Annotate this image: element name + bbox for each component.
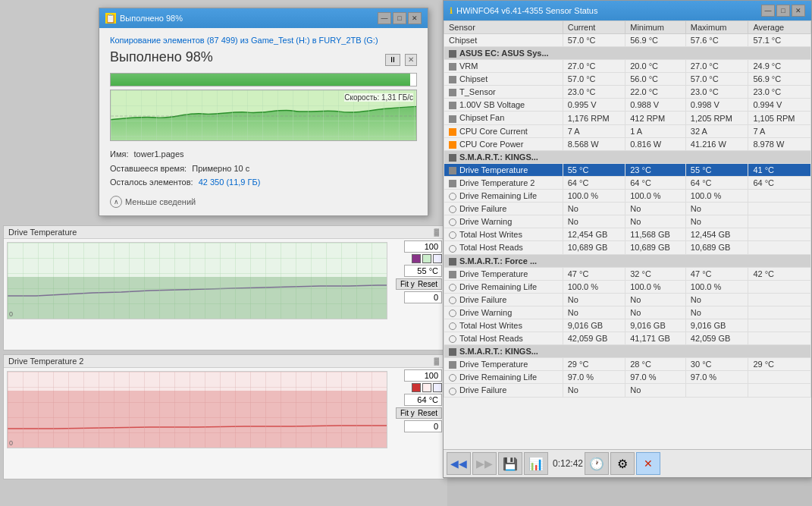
settings-button[interactable]: ⚙ bbox=[610, 452, 635, 475]
pause-button[interactable]: ⏸ bbox=[385, 54, 400, 66]
sensor-minimum-cell: 64 °C bbox=[625, 176, 686, 189]
circle-icon bbox=[449, 193, 456, 200]
table-row[interactable]: Drive Remaining Life100.0 %100.0 %100.0 … bbox=[444, 190, 811, 203]
table-row[interactable]: S.M.A.R.T.: KINGS... bbox=[444, 150, 811, 163]
table-row[interactable]: Drive WarningNoNoNo bbox=[444, 215, 811, 228]
sensor-current-cell: 10,689 GB bbox=[563, 241, 625, 254]
forward-icon: ▶▶ bbox=[476, 457, 493, 470]
graph2-fit-reset[interactable]: Fit y Reset bbox=[396, 407, 442, 419]
hwinfo-maximize[interactable]: □ bbox=[776, 5, 790, 17]
sensor-average-cell bbox=[748, 190, 811, 203]
graph2-color3[interactable] bbox=[433, 383, 442, 392]
table-row[interactable]: VRM27.0 °C20.0 °C27.0 °C24.9 °C bbox=[444, 60, 811, 73]
circle-icon bbox=[449, 231, 456, 239]
table-row[interactable]: T_Sensor23.0 °C22.0 °C23.0 °C23.0 °C bbox=[444, 86, 811, 99]
hwinfo-close[interactable]: ✕ bbox=[792, 5, 805, 17]
sensor-table-scroll[interactable]: Sensor Current Minimum Maximum Average C… bbox=[444, 20, 811, 449]
sensor-current-cell: 57.0 °C bbox=[563, 34, 625, 47]
table-row[interactable]: Total Host Reads42,059 GB41,171 GB42,059… bbox=[444, 332, 811, 345]
sensor-average-cell: 24.9 °C bbox=[748, 60, 811, 73]
table-row[interactable]: Drive FailureNoNoNo bbox=[444, 293, 811, 306]
sensor-current-cell: 29 °C bbox=[563, 358, 625, 371]
left-panel: 📋 Выполнено 98% — □ ✕ Копирование элемен… bbox=[0, 0, 447, 506]
dialog-title: Выполнено 98% bbox=[120, 14, 183, 23]
less-info-button[interactable]: ∧ Меньше сведений bbox=[110, 196, 417, 208]
sensor-average-cell bbox=[748, 306, 811, 319]
hwinfo-controls: — □ ✕ bbox=[761, 5, 805, 17]
drive-temp-graph2: Drive Temperature 2 ▓ 0 100 64 °C bbox=[3, 354, 444, 479]
voltage-icon bbox=[449, 63, 456, 71]
table-row[interactable]: S.M.A.R.T.: KINGS... bbox=[444, 345, 811, 358]
back-button[interactable]: ◀◀ bbox=[447, 452, 471, 475]
table-row[interactable]: Drive Temperature55 °C23 °C55 °C41 °C bbox=[444, 163, 811, 176]
graph2-color2[interactable] bbox=[422, 383, 431, 392]
hwinfo-taskbar: ◀◀ ▶▶ 💾 📊 0:12:42 🕐 ⚙ ✕ bbox=[444, 449, 811, 477]
graph1-color2[interactable] bbox=[422, 254, 431, 263]
graph2-color1[interactable] bbox=[412, 383, 421, 392]
sensor-maximum-cell: 64 °C bbox=[685, 176, 748, 189]
chevron-up-icon: ∧ bbox=[110, 196, 122, 208]
table-row[interactable]: Total Host Writes12,454 GB11,568 GB12,45… bbox=[444, 228, 811, 241]
table-row[interactable]: ASUS EC: ASUS Sys... bbox=[444, 47, 811, 60]
sensor-maximum-cell: 100.0 % bbox=[685, 280, 748, 293]
sensor-current-cell: 8.568 W bbox=[563, 137, 625, 150]
items-left-label: Осталось элементов: bbox=[110, 178, 193, 187]
items-left-value: 42 350 (11,9 ГБ) bbox=[199, 178, 261, 187]
sensor-average-cell bbox=[748, 280, 811, 293]
hwinfo-minimize[interactable]: — bbox=[761, 5, 775, 17]
remaining-time-row: Оставшееся время: Примерно 10 с bbox=[110, 162, 417, 176]
table-row[interactable]: S.M.A.R.T.: Force ... bbox=[444, 254, 811, 267]
forward-button[interactable]: ▶▶ bbox=[472, 452, 497, 475]
graph2-scroll: ▓ bbox=[434, 357, 439, 365]
table-row[interactable]: 1.00V SB Voltage0.995 V0.988 V0.998 V0.9… bbox=[444, 99, 811, 112]
sensor-average-cell: 56.9 °C bbox=[748, 73, 811, 86]
clock-button[interactable]: 🕐 bbox=[585, 452, 609, 475]
minimize-button[interactable]: — bbox=[378, 12, 391, 24]
col-minimum: Minimum bbox=[625, 21, 686, 34]
sensor-table: Sensor Current Minimum Maximum Average C… bbox=[444, 20, 811, 398]
table-row[interactable]: Drive Remaining Life97.0 %97.0 %97.0 % bbox=[444, 371, 811, 384]
close-button[interactable]: ✕ bbox=[408, 12, 422, 24]
graph2-zero: 0 bbox=[9, 439, 13, 447]
dialog-titlebar-left: 📋 Выполнено 98% bbox=[105, 13, 183, 24]
sensor-minimum-cell: 100.0 % bbox=[625, 190, 686, 203]
table-row[interactable]: Drive FailureNoNoNo bbox=[444, 203, 811, 215]
table-row[interactable]: CPU Core Current7 A1 A32 A7 A bbox=[444, 124, 811, 137]
table-row[interactable]: Drive WarningNoNoNo bbox=[444, 306, 811, 319]
table-row[interactable]: Chipset57.0 °C56.0 °C57.0 °C56.9 °C bbox=[444, 73, 811, 86]
sensor-name-cell: 1.00V SB Voltage bbox=[444, 99, 563, 112]
exit-button[interactable]: ✕ bbox=[636, 452, 660, 475]
sensor-minimum-cell: 22.0 °C bbox=[625, 86, 686, 99]
table-row[interactable]: Chipset57.0 °C56.9 °C57.6 °C57.1 °C bbox=[444, 34, 811, 47]
stop-button[interactable]: ✕ bbox=[405, 54, 417, 66]
sensor-maximum-cell: 12,454 GB bbox=[685, 228, 748, 241]
sensor-current-cell: 9,016 GB bbox=[563, 319, 625, 332]
table-row[interactable]: Drive Temperature29 °C28 °C30 °C29 °C bbox=[444, 358, 811, 371]
sensor-minimum-cell: 0.988 V bbox=[625, 99, 686, 112]
table-row[interactable]: Chipset Fan1,176 RPM412 RPM1,205 RPM1,10… bbox=[444, 112, 811, 124]
graph1-color-boxes bbox=[412, 254, 442, 263]
table-row[interactable]: Drive Temperature 264 °C64 °C64 °C64 °C bbox=[444, 176, 811, 189]
table-row[interactable]: CPU Core Power8.568 W0.816 W41.216 W8.97… bbox=[444, 137, 811, 150]
sensor-maximum-cell: 97.0 % bbox=[685, 371, 748, 384]
table-row[interactable]: Total Host Writes9,016 GB9,016 GB9,016 G… bbox=[444, 319, 811, 332]
table-row[interactable]: Drive Remaining Life100.0 %100.0 %100.0 … bbox=[444, 280, 811, 293]
maximize-button[interactable]: □ bbox=[393, 12, 406, 24]
chart-button[interactable]: 📊 bbox=[524, 452, 548, 475]
table-row[interactable]: Drive Temperature47 °C32 °C47 °C42 °C bbox=[444, 267, 811, 280]
speed-label: Скорость: 1,31 ГБ/с bbox=[344, 93, 413, 102]
sensor-maximum-cell: 10,689 GB bbox=[685, 241, 748, 254]
sensor-minimum-cell: No bbox=[625, 384, 686, 397]
table-row[interactable]: Drive FailureNoNo bbox=[444, 384, 811, 397]
sensor-current-cell: 7 A bbox=[563, 124, 625, 137]
graph1-color1[interactable] bbox=[412, 254, 421, 263]
sensor-maximum-cell: 55 °C bbox=[685, 163, 748, 176]
save-button[interactable]: 💾 bbox=[498, 452, 522, 475]
circle-icon bbox=[449, 374, 456, 382]
graph1-color3[interactable] bbox=[433, 254, 442, 263]
drive-icon bbox=[449, 271, 456, 278]
sensor-average-cell: 0.994 V bbox=[748, 99, 811, 112]
graph1-fit-reset[interactable]: Fit y Reset bbox=[396, 278, 442, 290]
dialog-icon: 📋 bbox=[105, 13, 116, 24]
table-row[interactable]: Total Host Reads10,689 GB10,689 GB10,689… bbox=[444, 241, 811, 254]
